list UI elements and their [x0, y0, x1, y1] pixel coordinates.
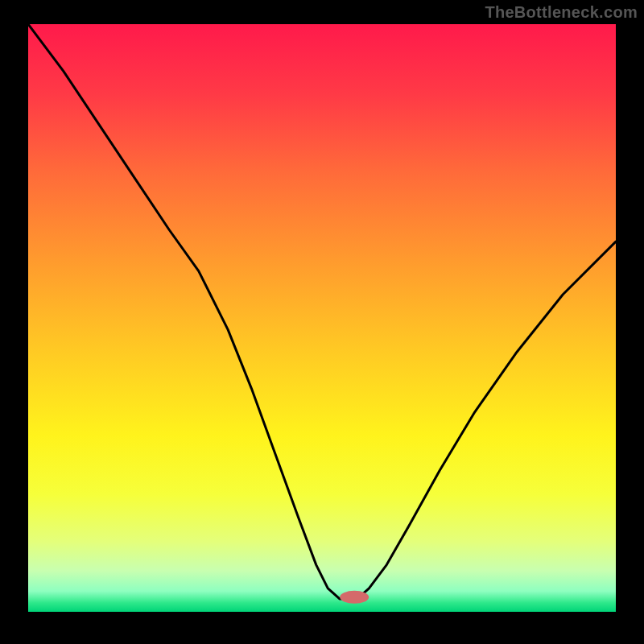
optimal-marker	[340, 591, 369, 604]
watermark-text: TheBottleneck.com	[485, 3, 638, 22]
bottleneck-chart	[28, 24, 616, 612]
gradient-background	[28, 24, 616, 612]
chart-frame: TheBottleneck.com	[0, 0, 644, 644]
plot-area	[28, 24, 616, 612]
